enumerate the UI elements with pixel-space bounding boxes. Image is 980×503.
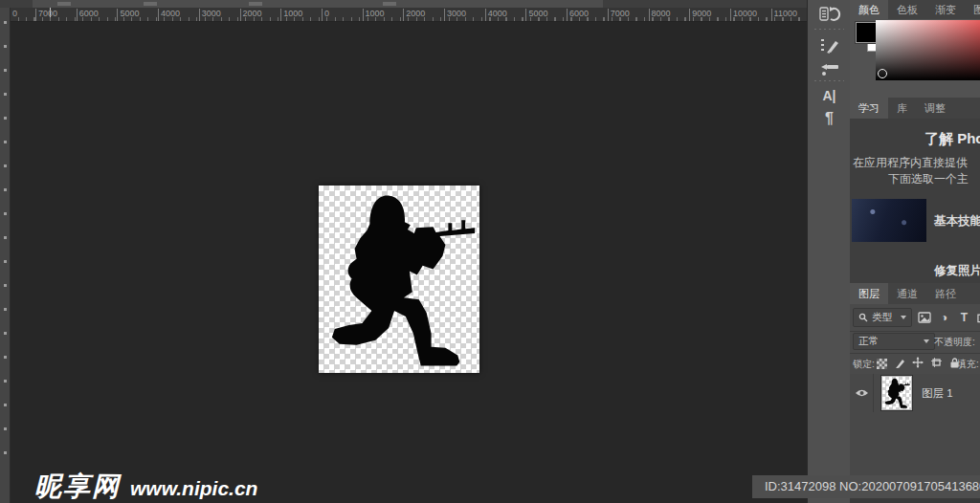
options-bar-control xyxy=(144,2,157,6)
layers-controls: 类型 ◑ T xyxy=(850,304,980,374)
right-panels: 颜色 色板 渐变 图案 学习 库 调整 了解 Pho 在应用程序内直接提供 下面… xyxy=(850,0,980,503)
layer-row[interactable]: 图层 1 xyxy=(850,374,980,412)
color-picker-field[interactable] xyxy=(876,20,980,80)
color-panel-content xyxy=(850,19,980,98)
ruler-tick-label: 6000 xyxy=(79,9,99,18)
tab-layers[interactable]: 图层 xyxy=(850,283,888,304)
learn-intro-line2: 下面选取一个主 xyxy=(888,171,969,187)
learn-intro-line1: 在应用程序内直接提供 xyxy=(853,155,968,171)
chevron-down-icon xyxy=(924,339,929,343)
layer-visibility-toggle[interactable] xyxy=(850,374,874,412)
brushes-icon[interactable] xyxy=(808,57,851,80)
dock-separator xyxy=(814,29,844,30)
opacity-label: 不透明度: xyxy=(934,336,975,349)
filter-adjustment-layers-icon[interactable]: ◑ xyxy=(937,311,951,324)
lock-label: 锁定: xyxy=(853,358,875,371)
document-canvas[interactable] xyxy=(319,186,479,373)
tab-swatches[interactable]: 色板 xyxy=(888,0,926,19)
tutorial-card-basic-skills[interactable]: 基本技能 xyxy=(850,199,980,243)
lock-row: 锁定: xyxy=(850,353,980,375)
brush-settings-icon[interactable] xyxy=(808,34,851,57)
layer-filter-value: 类型 xyxy=(872,311,892,324)
tab-libraries[interactable]: 库 xyxy=(888,98,916,119)
tutorial-card-label: 修复照片 xyxy=(934,263,980,279)
lock-image-pixels-icon[interactable] xyxy=(894,355,905,372)
tab-paths[interactable]: 路径 xyxy=(926,283,965,304)
watermark: 昵享网 www.nipic.cn xyxy=(34,469,257,503)
ruler-tick-label: 3000 xyxy=(447,9,466,18)
tab-learn[interactable]: 学习 xyxy=(850,98,888,119)
status-id: ID:31472098 xyxy=(765,479,835,493)
panel-dock: A| ¶ xyxy=(807,0,852,503)
ruler-tick-label: 0 xyxy=(12,9,17,18)
paragraph-icon[interactable]: ¶ xyxy=(808,107,851,130)
blend-mode-value: 正常 xyxy=(858,335,879,348)
options-bar-control xyxy=(249,2,262,6)
photoshop-window: 0700060005000400030002000100001000200030… xyxy=(0,0,980,503)
options-bar-segment xyxy=(33,0,603,8)
dock-separator xyxy=(814,80,844,81)
chevron-down-icon xyxy=(901,316,906,319)
soldier-silhouette-image xyxy=(319,186,479,373)
tab-channels[interactable]: 通道 xyxy=(888,283,926,304)
horizontal-ruler[interactable]: 0700060005000400030002000100001000200030… xyxy=(10,8,807,22)
options-bar-fragment xyxy=(0,0,807,8)
layer-filter-row: 类型 ◑ T xyxy=(850,304,980,332)
search-icon xyxy=(858,313,868,322)
lock-artboard-icon[interactable] xyxy=(930,355,943,372)
tab-patterns[interactable]: 图案 xyxy=(965,0,980,19)
blend-mode-dropdown[interactable]: 正常 xyxy=(853,333,935,350)
ruler-tick-label: 2000 xyxy=(406,9,425,18)
paragraph-glyph: ¶ xyxy=(825,110,834,127)
toolbar-sliver[interactable] xyxy=(0,8,11,503)
tab-color[interactable]: 颜色 xyxy=(850,0,888,19)
tab-adjustments[interactable]: 调整 xyxy=(916,98,954,119)
ruler-tick-label: 8000 xyxy=(652,9,671,18)
tutorial-thumbnail xyxy=(852,199,926,242)
layer-thumbnail[interactable] xyxy=(881,376,912,410)
ruler-tick-label: 1000 xyxy=(366,9,385,18)
learn-panel-content: 了解 Pho 在应用程序内直接提供 下面选取一个主 基本技能 修复照片 xyxy=(850,119,980,283)
ruler-tick-label: 0 xyxy=(324,9,329,18)
options-bar-control xyxy=(57,2,71,6)
ruler-tick-label: 2000 xyxy=(243,9,262,18)
ruler-tick-label: 7000 xyxy=(38,9,57,18)
ruler-tick-label: 10000 xyxy=(733,9,757,18)
history-icon[interactable] xyxy=(808,4,851,27)
eye-icon xyxy=(855,388,869,398)
tutorial-card-label: 基本技能 xyxy=(934,213,980,230)
layer-name[interactable]: 图层 1 xyxy=(922,386,953,401)
status-no: NO:20200709170541368081 xyxy=(839,479,980,493)
filter-type-layers-icon[interactable]: T xyxy=(957,311,971,324)
learn-panel-tabbar: 学习 库 调整 xyxy=(850,98,980,120)
ruler-tick-label: 1000 xyxy=(283,9,302,18)
learn-heading: 了解 Pho xyxy=(924,130,980,148)
layer-filter-dropdown[interactable]: 类型 xyxy=(853,308,912,327)
blend-mode-row: 正常 不透明度: xyxy=(850,331,980,354)
ruler-tick-label: 5000 xyxy=(528,9,547,18)
ruler-tick-label: 9000 xyxy=(692,9,711,18)
character-icon[interactable]: A| xyxy=(808,84,851,107)
watermark-url: www.nipic.cn xyxy=(130,477,257,500)
color-picker-selector[interactable] xyxy=(878,69,887,78)
ruler-tick-label: 5000 xyxy=(120,9,139,18)
options-bar-control xyxy=(383,2,396,6)
foreground-color-swatch[interactable] xyxy=(856,22,877,43)
color-panel-tabbar: 颜色 色板 渐变 图案 xyxy=(850,0,980,20)
ruler-tick-label: 3000 xyxy=(202,9,221,18)
ruler-tick-label: 6000 xyxy=(569,9,589,18)
ruler-tick-label: 4000 xyxy=(161,9,180,18)
tab-gradients[interactable]: 渐变 xyxy=(926,0,965,19)
character-glyph: A| xyxy=(822,88,835,103)
fill-label: 填充: xyxy=(957,358,979,371)
lock-transparent-pixels-icon[interactable] xyxy=(877,359,887,369)
lock-position-icon[interactable] xyxy=(912,355,924,372)
filter-pixel-layers-icon[interactable] xyxy=(917,312,931,323)
ruler-tick-label: 11000 xyxy=(774,9,797,18)
status-badge: ID:31472098 NO:20200709170541368081 xyxy=(752,475,980,498)
ruler-tick-label: 4000 xyxy=(488,9,507,18)
ruler-tick-label: 7000 xyxy=(611,9,630,18)
watermark-brand: 昵享网 xyxy=(34,469,121,503)
layers-panel-tabbar: 图层 通道 路径 xyxy=(850,283,980,305)
